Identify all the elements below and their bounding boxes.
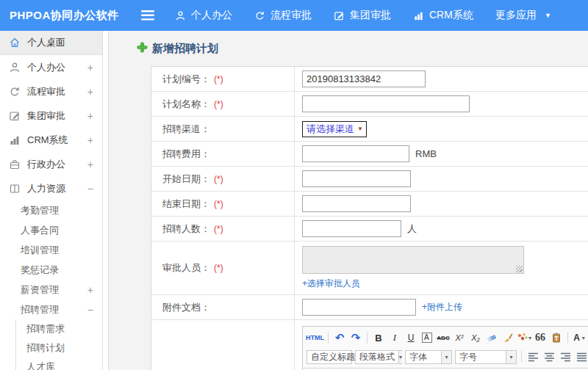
- choose-approvers-link[interactable]: +选择审批人员: [302, 278, 360, 290]
- attachment-input[interactable]: [302, 299, 416, 316]
- hr-submenu: 考勤管理 人事合同 培训管理 奖惩记录 薪资管理 + 招聘管理 − 招聘需求: [0, 200, 102, 370]
- field-label: 附件文档：: [162, 301, 210, 314]
- nav-workflow-approval[interactable]: 流程审批: [254, 9, 312, 22]
- fee-input[interactable]: [302, 145, 409, 162]
- expand-plus-icon[interactable]: +: [87, 86, 93, 98]
- nav-crm-system[interactable]: CRM系统: [413, 9, 473, 22]
- fee-unit-label: RMB: [415, 148, 437, 159]
- form-row-content-editor: HTML ↶ ↷ B I U A ABC X²: [151, 320, 588, 370]
- sidebar-item-label: 奖惩记录: [21, 264, 93, 277]
- briefcase-icon: [9, 159, 21, 170]
- attachment-upload-link[interactable]: +附件上传: [422, 301, 462, 313]
- redo-button[interactable]: ↷: [348, 330, 363, 345]
- sidebar-item-rewards[interactable]: 奖惩记录: [0, 260, 102, 280]
- sidebar-item-personal-office[interactable]: 个人办公 +: [0, 55, 102, 79]
- expand-plus-icon[interactable]: +: [87, 62, 93, 73]
- page-title: 新增招聘计划: [137, 42, 588, 56]
- sidebar-item-admin-office[interactable]: 行政办公 +: [0, 152, 102, 176]
- hamburger-menu-icon[interactable]: [141, 10, 154, 21]
- sidebar-item-salary[interactable]: 薪资管理 +: [0, 280, 102, 300]
- format-painter-icon[interactable]: [501, 330, 515, 345]
- user-icon: [9, 62, 21, 73]
- required-marker: (*): [214, 174, 223, 184]
- sidebar-item-label: 考勤管理: [21, 204, 93, 217]
- custom-title-select[interactable]: 自定义标题 ▾: [306, 350, 352, 364]
- align-center-button[interactable]: [542, 349, 556, 364]
- user-icon: [175, 10, 186, 21]
- sidebar-item-label: 招聘计划: [26, 341, 65, 355]
- chevron-down-icon: ▾: [528, 335, 531, 341]
- font-border-button[interactable]: A: [420, 330, 434, 345]
- paste-text-button[interactable]: [549, 330, 564, 345]
- combo-label: 字体: [406, 351, 441, 363]
- channel-select-value: 请选择渠道: [306, 123, 354, 136]
- sidebar-item-training[interactable]: 培训管理: [0, 240, 102, 260]
- headcount-unit-label: 人: [407, 222, 417, 236]
- eraser-button[interactable]: [484, 330, 499, 345]
- undo-button[interactable]: ↶: [332, 330, 347, 345]
- sidebar-item-hr-contract[interactable]: 人事合同: [0, 220, 102, 240]
- align-left-button[interactable]: [526, 349, 540, 364]
- combo-label: 段落格式: [356, 351, 398, 363]
- required-marker: (*): [214, 199, 223, 209]
- field-label: 招聘人数：: [162, 222, 210, 236]
- sidebar-item-attendance[interactable]: 考勤管理: [0, 200, 102, 220]
- app-logo[interactable]: PHPOA协同办公软件: [0, 9, 129, 23]
- underline-button[interactable]: U: [404, 330, 418, 345]
- home-icon: [9, 37, 21, 48]
- italic-button[interactable]: I: [387, 330, 402, 345]
- nav-more-apps[interactable]: 更多应用 ▼: [495, 9, 551, 22]
- edit-square-icon: [9, 110, 21, 122]
- start-date-input[interactable]: [302, 170, 411, 187]
- html-source-button[interactable]: HTML: [306, 330, 324, 345]
- paragraph-format-select[interactable]: 段落格式 ▾: [355, 350, 402, 364]
- plan-name-input[interactable]: [302, 95, 470, 112]
- font-size-select[interactable]: 字号 ▾: [455, 350, 517, 364]
- sidebar-item-human-resources[interactable]: 人力资源 −: [0, 176, 102, 200]
- sidebar-item-personal-desktop[interactable]: 个人桌面: [0, 31, 102, 55]
- topbar: PHPOA协同办公软件 个人办公 流程审批 集团审批 CRM系统: [0, 0, 588, 31]
- field-label: 计划名称：: [162, 98, 210, 111]
- sidebar-item-recruit-plan[interactable]: 招聘计划: [16, 338, 102, 358]
- sidebar-item-crm-system[interactable]: CRM系统 +: [0, 128, 102, 152]
- form-row-plan-name: 计划名称：(*): [151, 92, 588, 117]
- sidebar-item-recruitment[interactable]: 招聘管理 −: [0, 300, 102, 319]
- align-justify-button[interactable]: [574, 349, 588, 364]
- approvers-textarea[interactable]: [302, 246, 524, 274]
- font-color-button[interactable]: A ▾: [572, 330, 587, 345]
- expand-plus-icon[interactable]: +: [87, 110, 93, 122]
- font-family-select[interactable]: 字体 ▾: [405, 350, 452, 364]
- headcount-input[interactable]: [302, 220, 401, 237]
- sidebar-item-group-approval[interactable]: 集团审批 +: [0, 104, 102, 128]
- toolbar-separator: [521, 351, 522, 363]
- field-label: 结束日期：: [162, 197, 210, 211]
- nav-personal-office[interactable]: 个人办公: [175, 9, 232, 22]
- sidebar-item-label: 招聘需求: [26, 322, 65, 335]
- blockquote-button[interactable]: 66: [533, 330, 548, 345]
- collapse-minus-icon[interactable]: −: [87, 183, 93, 195]
- align-right-button[interactable]: [558, 349, 573, 364]
- sidebar-item-workflow-approval[interactable]: 流程审批 +: [0, 79, 102, 104]
- form-row-plan-number: 计划编号：(*): [151, 67, 588, 92]
- subscript-button[interactable]: X₂: [468, 330, 483, 345]
- bold-button[interactable]: B: [371, 330, 386, 345]
- sidebar-item-talent-pool[interactable]: 人才库: [16, 358, 102, 370]
- superscript-button[interactable]: X²: [452, 330, 467, 345]
- required-marker: (*): [214, 263, 223, 273]
- expand-plus-icon[interactable]: +: [87, 284, 93, 296]
- collapse-minus-icon[interactable]: −: [87, 304, 93, 316]
- strikethrough-button[interactable]: ABC: [436, 330, 451, 345]
- expand-plus-icon[interactable]: +: [87, 134, 93, 146]
- sidebar-item-label: 人力资源: [27, 182, 87, 195]
- auto-typeset-button[interactable]: ▾: [517, 330, 531, 345]
- channel-select[interactable]: 请选择渠道 ▼: [302, 121, 367, 137]
- recruitment-submenu: 招聘需求 招聘计划 人才库: [15, 319, 102, 370]
- resize-grip[interactable]: [516, 266, 523, 272]
- sidebar-item-recruit-demand[interactable]: 招聘需求: [16, 319, 102, 338]
- expand-plus-icon[interactable]: +: [87, 159, 93, 170]
- plan-number-input[interactable]: [302, 70, 426, 87]
- end-date-input[interactable]: [302, 195, 411, 212]
- book-icon: [9, 183, 21, 195]
- nav-group-approval[interactable]: 集团审批: [334, 9, 391, 22]
- form-row-start-date: 开始日期：(*): [151, 167, 588, 192]
